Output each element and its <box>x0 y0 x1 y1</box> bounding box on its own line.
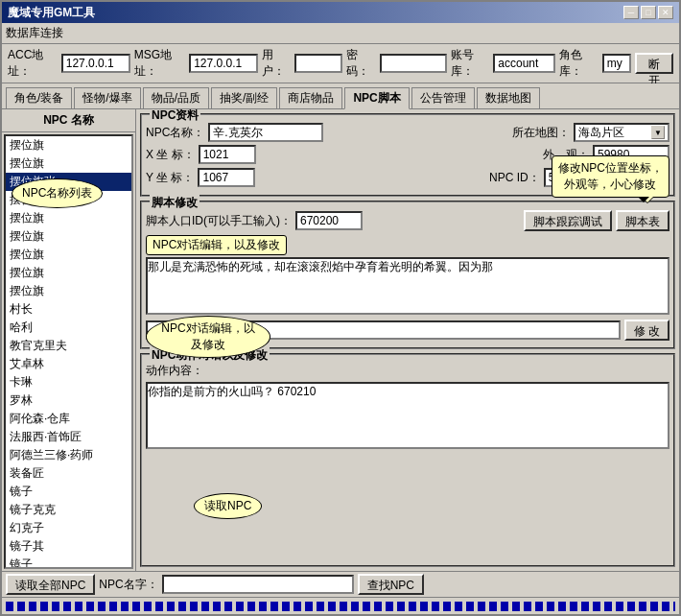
npc-item[interactable]: 村长 <box>6 300 131 319</box>
script-table-button[interactable]: 脚本表 <box>616 210 669 231</box>
map-label: 所在地图： <box>512 125 570 141</box>
minimize-button[interactable]: ─ <box>623 6 639 19</box>
npc-item[interactable]: 摆位旗 <box>6 246 131 264</box>
npc-item[interactable]: 罗林 <box>6 391 131 410</box>
role-input[interactable] <box>602 54 631 73</box>
find-npc-button[interactable]: 查找NPC <box>358 574 424 595</box>
toolbar: ACC地址： MSG地址： 用户： 密码： 账号库： 角色库： 断开 <box>2 44 679 83</box>
npc-item[interactable]: 哈利 <box>6 319 131 337</box>
title-bar-buttons: ─ □ ✕ <box>623 6 673 19</box>
npc-list-header: NPC 名称 <box>2 109 135 132</box>
db-label: 账号库： <box>451 47 489 80</box>
npc-item[interactable]: 阿德兰三修·药师 <box>6 446 131 464</box>
tab-monster-rate[interactable]: 怪物/爆率 <box>74 87 140 109</box>
user-label: 用户： <box>262 47 291 80</box>
npc-item[interactable]: 摆位旗 <box>6 136 131 154</box>
status-bar <box>2 597 679 614</box>
progress-bar <box>6 602 675 611</box>
tab-shop[interactable]: 商店物品 <box>279 87 342 109</box>
npc-item[interactable]: 卡琳 <box>6 373 131 391</box>
tab-bar: 角色/装备 怪物/爆率 物品/品质 抽奖/副经 商店物品 NPC脚本 公告管理 … <box>2 83 679 108</box>
window-title: 魔域专用GM工具 <box>8 5 95 21</box>
action-content-label: 动作内容： <box>146 363 203 379</box>
map-dropdown-value: 海岛片区 <box>578 125 624 141</box>
bottom-bar: 读取全部NPC NPC名字： 查找NPC <box>2 571 679 597</box>
npc-item[interactable]: 摆位旗 <box>6 282 131 300</box>
x-label: X 坐 标： <box>146 147 195 163</box>
dropdown-arrow-icon[interactable]: ▼ <box>651 126 665 139</box>
npc-item[interactable]: 阿伦森·仓库 <box>6 410 131 428</box>
npc-name-label: NPC名称： <box>146 125 204 141</box>
pwd-input[interactable] <box>380 54 447 73</box>
script-id-label: 脚本人口ID(可以手工输入)： <box>146 213 292 229</box>
npc-item[interactable]: 艾卓林 <box>6 355 131 373</box>
map-dropdown[interactable]: 海岛片区 ▼ <box>574 123 669 142</box>
role-label: 角色库： <box>559 47 598 80</box>
title-bar: 魔域专用GM工具 ─ □ ✕ <box>2 2 679 23</box>
tab-lottery[interactable]: 抽奖/副经 <box>211 87 277 109</box>
close-button[interactable]: ✕ <box>658 6 673 19</box>
npc-name-field-label: NPC名字： <box>99 577 157 593</box>
acc-input[interactable] <box>61 54 130 73</box>
tab-role-equip[interactable]: 角色/装备 <box>6 87 72 109</box>
npc-item[interactable]: 摆位旗 <box>6 227 131 246</box>
menubar-item-db[interactable]: 数据库连接 <box>6 26 63 39</box>
callout-modify: 修改NPC位置坐标，外观等，小心修改 <box>552 155 669 198</box>
dialog-textarea[interactable]: 那儿是充满恐怖的死域，却在滚滚烈焰中孕育着光明的希翼。因为那 <box>146 257 669 315</box>
callout-read-npc: 读取NPC <box>194 493 262 519</box>
npcid-label: NPC ID： <box>489 170 540 186</box>
db-input[interactable] <box>493 54 555 73</box>
npc-name-input[interactable] <box>208 123 323 142</box>
main-window: 魔域专用GM工具 ─ □ ✕ 数据库连接 ACC地址： MSG地址： 用户： 密… <box>0 0 681 616</box>
tab-item-quality[interactable]: 物品/品质 <box>143 87 209 109</box>
content-modify-button[interactable]: 修 改 <box>624 320 669 341</box>
npc-item[interactable]: 教官克里夫 <box>6 337 131 355</box>
npc-item[interactable]: 摆位旗 <box>6 209 131 227</box>
script-debug-button[interactable]: 脚本跟踪调试 <box>524 210 612 231</box>
npc-name-field[interactable] <box>162 575 354 594</box>
acc-label: ACC地址： <box>8 47 58 80</box>
npc-item[interactable]: 镜子克克 <box>6 501 131 519</box>
dialog-edit-label: NPC对话编辑，以及修改 <box>153 238 280 251</box>
npc-item[interactable]: 镜子 <box>6 483 131 501</box>
npc-info-title: NPC资料 <box>150 109 200 124</box>
pwd-label: 密码： <box>346 47 375 80</box>
action-section: NPC动作对话以及修改 动作内容： 你指的是前方的火山吗？ 670210 <box>140 353 675 567</box>
callout-dialog-edit: NPC对话编辑，以及修改 <box>146 316 270 358</box>
y-label: Y 坐 标： <box>146 170 194 186</box>
tab-announcement[interactable]: 公告管理 <box>411 87 475 109</box>
msg-input[interactable] <box>189 54 258 73</box>
npc-item[interactable]: 镜子 <box>6 556 131 569</box>
menubar[interactable]: 数据库连接 <box>2 23 679 44</box>
npc-item[interactable]: 摆位旗 <box>6 154 131 173</box>
npc-item[interactable]: 幻克子 <box>6 519 131 537</box>
npc-item[interactable]: 法服西·首饰匠 <box>6 428 131 446</box>
tab-data-map[interactable]: 数据地图 <box>477 87 540 109</box>
connect-button[interactable]: 断开 <box>635 53 673 74</box>
x-input[interactable] <box>199 145 256 164</box>
msg-label: MSG地址： <box>134 47 185 80</box>
y-input[interactable] <box>198 168 255 187</box>
npc-item[interactable]: 摆位旗 <box>6 264 131 282</box>
main-area: NPC 名称 摆位旗 摆位旗 摆位旗张 摆位旗 摆位旗 摆位旗 摆位旗 摆位旗 … <box>2 108 679 571</box>
maximize-button[interactable]: □ <box>641 6 656 19</box>
read-all-npc-button[interactable]: 读取全部NPC <box>6 574 95 595</box>
user-input[interactable] <box>294 54 342 73</box>
action-textarea[interactable]: 你指的是前方的火山吗？ 670210 <box>146 382 669 449</box>
npc-item[interactable]: 镜子其 <box>6 537 131 556</box>
script-id-input[interactable] <box>295 211 363 230</box>
npc-item[interactable]: 装备匠 <box>6 464 131 483</box>
callout-npc-list: NPC名称列表 <box>12 178 103 208</box>
script-title: 脚本修改 <box>150 195 200 211</box>
tab-npc-script[interactable]: NPC脚本 <box>344 87 409 109</box>
